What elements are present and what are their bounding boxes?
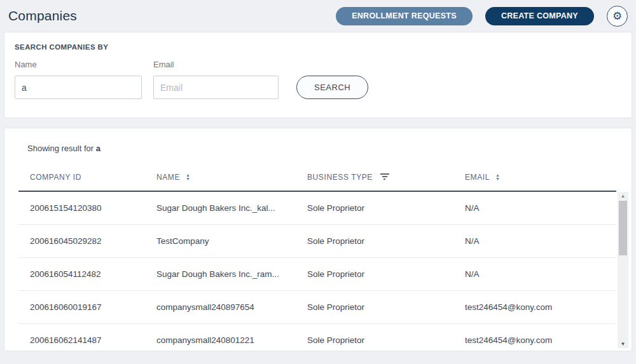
cell-company-id: 200615154120380 [18, 203, 156, 213]
page-header: Companies ENROLLMENT REQUESTS CREATE COM… [0, 0, 636, 32]
header-actions: ENROLLMENT REQUESTS CREATE COMPANY ⚙ [336, 6, 628, 27]
cell-email: test246454@kony.com [465, 302, 616, 312]
search-query-text: a [96, 144, 100, 153]
cell-name: companysmall240801221 [156, 335, 307, 345]
name-field-label: Name [15, 60, 142, 69]
cell-email: N/A [465, 269, 616, 279]
email-input[interactable] [153, 76, 279, 99]
search-button[interactable]: SEARCH [296, 76, 368, 99]
cell-email: N/A [465, 236, 616, 246]
cell-name: Sugar Dough Bakers Inc._ram... [156, 269, 307, 279]
cell-business-type: Sole Proprietor [307, 269, 465, 279]
page-title: Companies [8, 8, 77, 24]
cell-business-type: Sole Proprietor [307, 236, 465, 246]
column-header-name[interactable]: NAME ▲▼ [156, 173, 307, 182]
companies-table: COMPANY ID NAME ▲▼ BUSINESS TYPE EMAIL ▲… [18, 164, 616, 351]
search-form: Name Email SEARCH [15, 60, 621, 99]
search-panel-title: SEARCH COMPANIES BY [15, 43, 621, 51]
filter-icon[interactable] [380, 173, 389, 181]
table-scrollbar[interactable]: ▲ ▼ [618, 192, 628, 348]
cell-business-type: Sole Proprietor [307, 335, 465, 345]
column-label: EMAIL [465, 173, 490, 182]
results-summary: Showing result for a [4, 128, 632, 164]
cell-email: test246454@kony.com [465, 335, 616, 345]
gear-icon: ⚙ [612, 11, 622, 22]
create-company-button[interactable]: CREATE COMPANY [485, 7, 594, 25]
sort-icon[interactable]: ▲▼ [186, 173, 191, 181]
column-label: NAME [156, 173, 180, 182]
scrollbar-thumb[interactable] [619, 201, 627, 255]
name-field: Name [15, 60, 142, 99]
cell-business-type: Sole Proprietor [307, 203, 465, 213]
scrollbar-down-icon[interactable]: ▼ [618, 340, 628, 348]
email-field-label: Email [153, 60, 279, 69]
table-row[interactable]: 200616062141487 companysmall240801221 So… [18, 324, 616, 351]
column-label: COMPANY ID [30, 173, 81, 182]
cell-company-id: 200616062141487 [18, 335, 156, 345]
email-field: Email [153, 60, 279, 99]
name-input[interactable] [15, 76, 142, 99]
cell-email: N/A [465, 203, 616, 213]
table-row[interactable]: 200615154120380 Sugar Dough Bakers Inc._… [18, 192, 616, 225]
cell-company-id: 200616060019167 [18, 302, 156, 312]
cell-company-id: 200616054112482 [18, 269, 156, 279]
column-header-email[interactable]: EMAIL ▲▼ [465, 173, 616, 182]
cell-name: Sugar Dough Bakers Inc._kal... [156, 203, 307, 213]
table-row[interactable]: 200616054112482 Sugar Dough Bakers Inc._… [18, 258, 616, 291]
settings-button[interactable]: ⚙ [607, 6, 628, 27]
cell-company-id: 200616045029282 [18, 236, 156, 246]
column-label: BUSINESS TYPE [307, 173, 373, 182]
table-row[interactable]: 200616060019167 companysmall240897654 So… [18, 291, 616, 324]
cell-name: companysmall240897654 [156, 302, 307, 312]
table-body: 200615154120380 Sugar Dough Bakers Inc._… [18, 192, 616, 351]
sort-icon[interactable]: ▲▼ [495, 173, 501, 181]
column-header-company-id[interactable]: COMPANY ID [18, 173, 156, 182]
scrollbar-up-icon[interactable]: ▲ [618, 192, 628, 200]
cell-name: TestCompany [156, 236, 307, 246]
table-header-row: COMPANY ID NAME ▲▼ BUSINESS TYPE EMAIL ▲… [18, 164, 616, 192]
results-panel: Showing result for a COMPANY ID NAME ▲▼ … [4, 128, 632, 351]
results-summary-prefix: Showing result for [27, 144, 93, 153]
cell-business-type: Sole Proprietor [307, 302, 465, 312]
search-panel: SEARCH COMPANIES BY Name Email SEARCH [4, 32, 632, 118]
table-row[interactable]: 200616045029282 TestCompany Sole Proprie… [18, 225, 616, 258]
column-header-business-type[interactable]: BUSINESS TYPE [307, 173, 465, 182]
enrollment-requests-button[interactable]: ENROLLMENT REQUESTS [336, 7, 473, 25]
